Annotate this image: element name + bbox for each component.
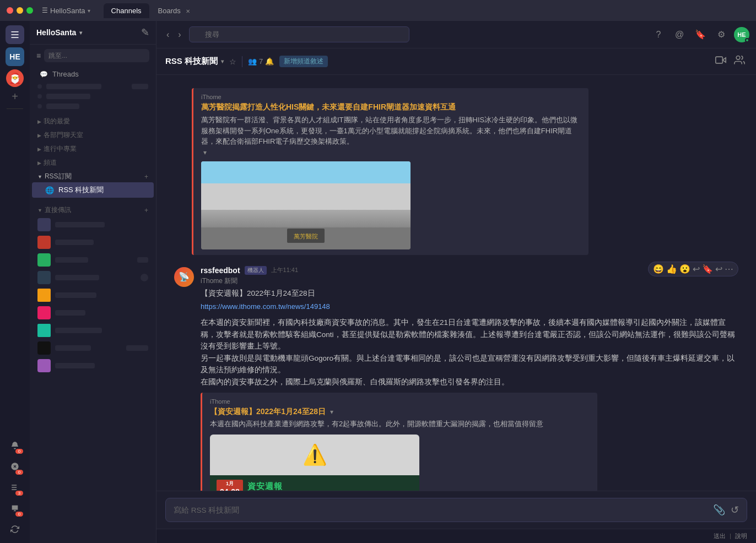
refresh-icon[interactable] [6,520,24,539]
wow-emoji-button[interactable]: 😮 [679,264,690,274]
add-workspace-button[interactable]: + [12,90,18,103]
security-title-block: 資安週報 iThome CYBER INTELLIGENCE WEEKLY RE… [247,481,350,491]
react-emoji-button[interactable]: 😄 [653,264,664,274]
message-row: iThome 萬芳醫院揭露打造人性化HIS關鍵，未來還要自建FHIR閘道器加速資… [156,82,756,257]
msg-link[interactable]: https://www.ithome.com.tw/news/149148 [201,301,738,312]
msg-link-anchor[interactable]: https://www.ithome.com.tw/news/149148 [201,302,330,311]
messages-icon[interactable]: 0 [6,499,24,518]
section-dept-chat[interactable]: ▶ 各部門聊天室 [30,127,156,141]
sidebar-item-threads[interactable]: 💬 Threads [32,67,154,82]
workspace-name[interactable]: HelloSanta ▾ [36,28,82,37]
user-avatar[interactable]: HE [734,27,749,42]
attachment-icon[interactable]: 📎 [713,504,725,516]
dm-skeleton-1 [30,216,156,234]
members-icon: 👥 [248,57,257,66]
members-count: 7 [259,57,263,66]
reply-button[interactable]: ↩ [715,264,722,274]
workspace-selector[interactable]: ☰ HelloSanta ▾ [37,5,95,17]
mention-button[interactable]: @ [671,26,688,43]
messages-area[interactable]: iThome 萬芳醫院揭露打造人性化HIS關鍵，未來還要自建FHIR閘道器加速資… [156,75,756,491]
thumbs-up-button[interactable]: 👍 [666,264,677,274]
channel-dropdown-icon[interactable]: ▾ [221,58,224,64]
section-in-progress[interactable]: ▶ 進行中專業 [30,141,156,155]
add-description-tag[interactable]: 新增頻道敘述 [279,56,328,67]
section-dept-label: 各部門聊天室 [44,131,83,140]
message-input-area: 📎 ↺ [156,491,756,529]
embed-title-link-1[interactable]: 萬芳醫院揭露打造人性化HIS關鍵，未來還要自建FHIR閘道器加速資料互通 [201,102,456,111]
bookmark-msg-button[interactable]: 🔖 [702,264,713,274]
message-subtitle-2: iThome 新聞 [201,276,738,286]
section-dm[interactable]: ▼ 直接傳訊 + [30,202,156,216]
dm-skeleton-6 [30,304,156,322]
dm-skeleton-4 [30,269,156,286]
svg-rect-4 [12,485,17,485]
tab-boards[interactable]: Boards ✕ [150,3,198,18]
video-call-button[interactable] [713,52,728,70]
card-title: 資安週報 [247,481,350,491]
topbar-actions: ? @ 🔖 ⚙ HE [650,26,749,43]
workspace-avatar[interactable]: HE [6,47,24,66]
filter-icon[interactable]: ≡ [36,51,41,60]
channel-name[interactable]: RSS 科技新聞 ▾ [165,56,224,67]
channel-star-icon[interactable]: ☆ [229,57,236,66]
sidebar-toolbar: ≡ [30,45,156,67]
settings-button[interactable]: ⚙ [713,26,730,43]
maximize-button[interactable] [26,7,33,14]
embed-title-1[interactable]: 萬芳醫院揭露打造人性化HIS關鍵，未來還要自建FHIR閘道器加速資料互通 [201,102,581,112]
tab-channels[interactable]: Channels [104,3,149,18]
tab-bar: Channels Boards ✕ [104,3,198,18]
close-button[interactable] [7,7,13,14]
react-picker-button[interactable]: ↩ [693,264,700,274]
hospital-image: 萬芳醫院 [201,161,411,249]
minimize-button[interactable] [17,7,23,14]
svg-rect-2 [11,37,19,39]
nav-forward-button[interactable]: › [175,28,184,42]
svg-rect-0 [11,31,19,32]
dm-skeleton-2 [30,234,156,251]
app-body: HE 🎅 + 0 0 3 0 [0,21,756,543]
expand-embed-2-btn[interactable]: ▾ [330,408,333,416]
bookmark-button[interactable]: 🔖 [692,26,709,43]
sidebar: HelloSanta ▾ ✎ ≡ 💬 Threads [30,21,156,543]
security-embed: iThome 【資安週報】2022年1月24至28日 ▾ 本週在國內高科技產業遭… [201,393,597,491]
channels-icon[interactable] [6,25,24,44]
add-dm-icon[interactable]: + [144,207,148,214]
sidebar-item-rss-tech[interactable]: 🌐 RSS 科技新聞 [32,182,154,198]
bot-badge: 機器人 [245,266,267,275]
svg-rect-1 [11,34,19,35]
members-button[interactable] [732,52,747,70]
search-input[interactable] [189,26,409,42]
dm-skeleton-9 [30,357,156,374]
message-time-2: 上午11:41 [271,266,299,274]
expand-embed-1-btn[interactable]: ▾ [203,149,207,156]
bottom-bar-right: 送出 | 說明 [714,532,747,540]
mentions-icon[interactable]: 0 [6,436,24,455]
section-my-favorites[interactable]: ▶ 我的最愛 [30,113,156,127]
add-rss-icon[interactable]: + [144,173,148,181]
date-month: 1月 [220,481,240,487]
svg-rect-6 [12,489,17,490]
notifications-icon[interactable]: 0 [6,457,24,476]
message-input[interactable] [174,506,708,514]
list-icon[interactable]: 3 [6,478,24,497]
channel-members: 👥 7 🔔 [248,57,274,66]
sidebar-nav: 💬 Threads ▶ 我的最愛 [30,67,156,543]
bottom-bar: 送出 | 說明 [156,529,756,543]
team-avatar[interactable]: 🎅 [6,69,24,87]
svg-point-9 [736,56,740,60]
more-actions-button[interactable]: ⋯ [725,264,733,274]
close-tab-icon[interactable]: ✕ [186,8,190,14]
titlebar: ☰ HelloSanta ▾ Channels Boards ✕ [0,0,756,21]
emoji-send-icon[interactable]: ↺ [731,504,739,516]
new-message-button[interactable]: ✎ [141,26,149,39]
sidebar-search-input[interactable] [44,49,149,62]
section-channels[interactable]: ▶ 頻道 [30,155,156,169]
traffic-lights [7,7,33,14]
topbar: ‹ › 🔍 ? @ 🔖 ⚙ HE [156,21,756,48]
help-hint: 說明 [735,533,747,539]
help-button[interactable]: ? [650,26,667,43]
embed-source-2: iThome [210,398,590,405]
nav-back-button[interactable]: ‹ [163,28,172,42]
topbar-search: 🔍 [189,26,409,42]
section-rss[interactable]: ▼ RSS訂閱 + [30,169,156,182]
